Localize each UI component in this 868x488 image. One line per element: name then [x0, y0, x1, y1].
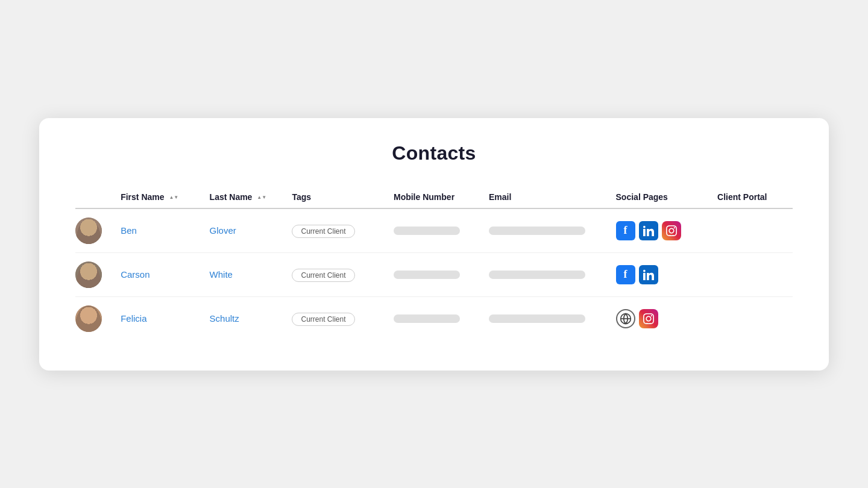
mobile-cell — [386, 296, 482, 340]
last-name-link[interactable]: Schultz — [210, 313, 239, 324]
first-name-link[interactable]: Carson — [121, 269, 149, 280]
svg-point-4 — [83, 266, 94, 277]
mobile-cell — [386, 252, 482, 296]
svg-point-5 — [80, 278, 97, 288]
col-email: Email — [482, 186, 609, 208]
col-tags: Tags — [285, 186, 386, 208]
col-last-name: Last Name ▲▼ — [203, 186, 285, 208]
contacts-table: First Name ▲▼ Last Name ▲▼ Tags Mobile N… — [75, 186, 793, 340]
first-name-cell: Ben — [113, 208, 202, 253]
social-cell: f — [609, 208, 710, 253]
svg-point-1 — [83, 222, 94, 233]
avatar-image — [75, 217, 102, 244]
avatar — [75, 217, 102, 244]
email-cell — [482, 252, 609, 296]
last-name-cell: White — [203, 252, 285, 296]
svg-point-8 — [80, 320, 98, 332]
col-mobile: Mobile Number — [386, 186, 482, 208]
contacts-card: Contacts First Name ▲▼ Last Name ▲▼ Tags… — [39, 118, 829, 371]
email-cell — [482, 296, 609, 340]
first-name-cell: Carson — [113, 252, 202, 296]
first-name-link[interactable]: Felicia — [121, 313, 146, 324]
tag-badge: Current Client — [292, 269, 354, 282]
social-icons: f — [616, 221, 703, 240]
col-avatar — [75, 186, 113, 208]
linkedin-icon[interactable] — [639, 221, 658, 240]
col-social: Social Pages — [609, 186, 710, 208]
social-icons: f — [616, 265, 703, 284]
sort-lastname-icon[interactable]: ▲▼ — [257, 195, 266, 200]
avatar-image — [75, 261, 102, 288]
portal-cell — [710, 252, 793, 296]
avatar — [75, 261, 102, 288]
svg-point-6 — [75, 305, 102, 332]
table-header-row: First Name ▲▼ Last Name ▲▼ Tags Mobile N… — [75, 186, 793, 208]
first-name-cell: Felicia — [113, 296, 202, 340]
svg-point-3 — [75, 261, 102, 288]
social-icons — [616, 309, 703, 328]
tags-cell: Current Client — [285, 208, 386, 253]
mobile-cell — [386, 208, 482, 253]
web-icon[interactable] — [616, 309, 635, 328]
last-name-cell: Schultz — [203, 296, 285, 340]
tags-cell: Current Client — [285, 252, 386, 296]
mobile-placeholder — [394, 314, 460, 323]
table-row: Felicia Schultz Current Client — [75, 296, 793, 340]
social-cell — [609, 296, 710, 340]
svg-point-9 — [83, 309, 95, 316]
svg-point-7 — [83, 310, 94, 321]
facebook-icon[interactable]: f — [616, 265, 635, 284]
avatar-image — [75, 305, 102, 332]
table-row: Carson White Current Client f — [75, 252, 793, 296]
svg-point-0 — [75, 217, 102, 244]
mobile-placeholder — [394, 271, 460, 279]
table-row: Ben Glover Current Client f — [75, 208, 793, 253]
portal-cell — [710, 296, 793, 340]
avatar-cell — [75, 252, 113, 296]
tag-badge: Current Client — [292, 225, 354, 238]
avatar-cell — [75, 208, 113, 253]
svg-point-2 — [80, 234, 97, 244]
col-first-name: First Name ▲▼ — [113, 186, 202, 208]
facebook-icon[interactable]: f — [616, 221, 635, 240]
portal-cell — [710, 208, 793, 253]
tag-badge: Current Client — [292, 313, 354, 326]
page-title: Contacts — [75, 142, 793, 164]
email-placeholder — [489, 314, 585, 323]
email-cell — [482, 208, 609, 253]
email-placeholder — [489, 227, 585, 235]
instagram-icon[interactable] — [639, 309, 658, 328]
email-placeholder — [489, 271, 585, 279]
avatar — [75, 305, 102, 332]
sort-firstname-icon[interactable]: ▲▼ — [169, 195, 178, 200]
mobile-placeholder — [394, 227, 460, 235]
tags-cell: Current Client — [285, 296, 386, 340]
col-portal: Client Portal — [710, 186, 793, 208]
instagram-icon[interactable] — [662, 221, 681, 240]
social-cell: f — [609, 252, 710, 296]
last-name-cell: Glover — [203, 208, 285, 253]
first-name-link[interactable]: Ben — [121, 225, 137, 236]
avatar-cell — [75, 296, 113, 340]
last-name-link[interactable]: White — [210, 269, 233, 280]
linkedin-icon[interactable] — [639, 265, 658, 284]
last-name-link[interactable]: Glover — [210, 225, 236, 236]
